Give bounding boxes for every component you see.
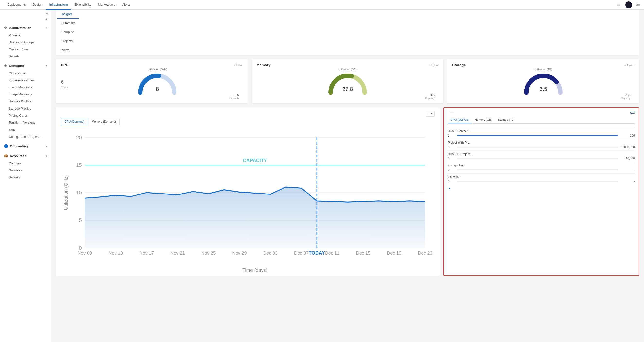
svg-text:Dec 23: Dec 23 bbox=[418, 250, 432, 256]
sidebar-item-configuration-propert...[interactable]: Configuration Propert... bbox=[0, 133, 51, 140]
chart-tab-memory--demand-[interactable]: Memory (Demand) bbox=[88, 118, 120, 125]
project-name: HCMP-Contact-... bbox=[448, 129, 635, 133]
metric-period: >1 year bbox=[625, 64, 634, 66]
sidebar-item-image-mappings[interactable]: Image Mappings bbox=[0, 91, 51, 98]
limit-value: 10,000 bbox=[620, 157, 635, 160]
svg-text:Dec 19: Dec 19 bbox=[387, 250, 402, 256]
svg-text:Time (days): Time (days) bbox=[242, 267, 268, 272]
chart-tab-cpu--demand-[interactable]: CPU (Demand) bbox=[61, 118, 88, 125]
svg-text:Nov 13: Nov 13 bbox=[108, 250, 123, 256]
proj-tab-storage--tb-[interactable]: Storage (TB) bbox=[495, 117, 518, 123]
nav-item-deployments[interactable]: Deployments bbox=[4, 0, 29, 10]
metric-card-memory: Memory >1 year Utilization (GB) 27.8 48 … bbox=[252, 59, 444, 103]
section-icon: 📦 bbox=[4, 154, 8, 158]
svg-text:6.5: 6.5 bbox=[540, 86, 547, 92]
svg-text:5: 5 bbox=[79, 217, 82, 223]
sidebar-item-pricing-cards[interactable]: Pricing Cards bbox=[0, 112, 51, 119]
chevron-icon: ▾ bbox=[46, 154, 47, 157]
sidebar-section-header-resources[interactable]: 📦 Resources ▾ bbox=[0, 152, 51, 160]
svg-text:8: 8 bbox=[156, 86, 159, 92]
proj-tab-cpu--vcpus-[interactable]: CPU (vCPUs) bbox=[448, 117, 472, 123]
svg-text:Nov 29: Nov 29 bbox=[232, 250, 246, 256]
svg-text:Dec 03: Dec 03 bbox=[263, 250, 278, 256]
capacity-chart-card: ▾ CPU (Demand)Memory (Demand) 05101520 C… bbox=[56, 107, 440, 276]
utilization-label: Utilization (GB) bbox=[256, 68, 438, 71]
section-label: Configure bbox=[9, 64, 24, 68]
sidebar-collapse-btn[interactable]: « bbox=[0, 10, 51, 17]
project-tabs: CPU (vCPUs)Memory (GB)Storage (TB) bbox=[448, 117, 635, 124]
project-name: test vc67 bbox=[448, 175, 635, 179]
show-all-btn[interactable]: ▾ bbox=[448, 187, 635, 190]
nav-item-marketplace[interactable]: Marketplace bbox=[95, 0, 119, 10]
allocation-bar-bg bbox=[457, 135, 618, 136]
metric-period: >1 year bbox=[234, 64, 243, 66]
sidebar-item-cloud-zones[interactable]: Cloud Zones bbox=[0, 70, 51, 77]
section-icon: 🔵 bbox=[4, 144, 8, 148]
nav-item-extensibility[interactable]: Extensibility bbox=[71, 0, 95, 10]
sidebar-section-resources: 📦 Resources ▾ComputeNetworksSecurity bbox=[0, 151, 51, 182]
sidebar-item-kubernetes-zones[interactable]: Kubernetes Zones bbox=[0, 77, 51, 84]
project-row: HCMP1 - Project... 0 10,000 bbox=[448, 150, 635, 162]
items-badge bbox=[450, 112, 454, 113]
chart-tabs: CPU (Demand)Memory (Demand) bbox=[61, 118, 435, 125]
metric-title: Memory bbox=[256, 63, 270, 67]
nav-item-infrastructure[interactable]: Infrastructure bbox=[46, 0, 71, 10]
sidebar-section-header-onboarding[interactable]: 🔵 Onboarding ▸ bbox=[0, 142, 51, 150]
svg-text:Utilization (GHz): Utilization (GHz) bbox=[63, 175, 68, 210]
section-icon: ⚙ bbox=[4, 26, 7, 30]
allocation-bar-bg bbox=[457, 146, 618, 147]
section-label: Administration bbox=[9, 26, 31, 30]
sidebar-section-header-configure[interactable]: ⚙ Configure ▾ bbox=[0, 62, 51, 70]
sidebar-item-secrets[interactable]: Secrets bbox=[0, 53, 51, 60]
chevron-down-icon: ▾ bbox=[449, 187, 450, 190]
sidebar-item-users-and-groups[interactable]: Users and Groups bbox=[0, 39, 51, 46]
svg-text:TODAY: TODAY bbox=[309, 250, 325, 256]
sidebar-item-networks[interactable]: Networks bbox=[0, 167, 51, 174]
main-content: InsightsSummaryComputeProjectsAlerts CPU… bbox=[51, 10, 644, 342]
sidebar-item-tags[interactable]: Tags bbox=[0, 126, 51, 133]
sidebar-section-header-administration[interactable]: ⚙ Administration ▾ bbox=[0, 24, 51, 32]
svg-text:15: 15 bbox=[76, 162, 82, 168]
chevron-down-icon: ▾ bbox=[431, 112, 432, 116]
sub-tab-alerts[interactable]: Alerts bbox=[57, 46, 79, 55]
sidebar-item-flavor-mappings[interactable]: Flavor Mappings bbox=[0, 84, 51, 91]
dark-mode-button[interactable] bbox=[625, 2, 632, 8]
metric-title: CPU bbox=[61, 63, 68, 67]
sidebar-item-custom-roles[interactable]: Custom Roles bbox=[0, 46, 51, 53]
allocation-bar-bg bbox=[457, 169, 618, 170]
user-initials: DA bbox=[636, 3, 640, 7]
nav-item-alerts[interactable]: Alerts bbox=[119, 0, 134, 10]
sidebar-item-security[interactable]: Security bbox=[0, 174, 51, 181]
allocation-value: 0 bbox=[448, 180, 455, 183]
sub-tab-compute[interactable]: Compute bbox=[57, 28, 79, 37]
svg-text:10: 10 bbox=[76, 190, 82, 196]
sidebar-section-configure: ⚙ Configure ▾Cloud ZonesKubernetes Zones… bbox=[0, 61, 51, 141]
sub-tab-projects[interactable]: Projects bbox=[57, 37, 79, 46]
utilization-label: Utilization (TB) bbox=[452, 68, 634, 71]
metric-label: Cores bbox=[61, 86, 68, 89]
capacity-label: Capacity bbox=[621, 97, 630, 100]
project-name: Project-With-Pr... bbox=[448, 141, 635, 144]
allocation-value: 1 bbox=[448, 134, 455, 137]
chevron-icon: ▸ bbox=[46, 145, 47, 147]
guided-setup-btn[interactable]: 📖 bbox=[617, 3, 622, 7]
nav-item-design[interactable]: Design bbox=[29, 0, 46, 10]
sidebar-item-compute[interactable]: Compute bbox=[0, 160, 51, 167]
limit-value: 10,000,000 bbox=[620, 145, 635, 149]
contact-owners-button[interactable] bbox=[630, 112, 635, 114]
bottom-row: ▾ CPU (Demand)Memory (Demand) 05101520 C… bbox=[56, 107, 639, 276]
allocation-bar-bg bbox=[457, 158, 618, 159]
scroll-up-icon[interactable]: ▲ bbox=[45, 17, 48, 21]
metric-title: Storage bbox=[452, 63, 466, 67]
sidebar-item-storage-profiles[interactable]: Storage Profiles bbox=[0, 105, 51, 112]
sidebar-item-network-profiles[interactable]: Network Profiles bbox=[0, 98, 51, 105]
capacity-value: 15 bbox=[230, 93, 239, 97]
sub-tab-summary[interactable]: Summary bbox=[57, 19, 79, 28]
sidebar-item-projects[interactable]: Projects bbox=[0, 32, 51, 39]
sub-tab-insights[interactable]: Insights bbox=[57, 10, 79, 19]
allocation-value: 0 bbox=[448, 157, 455, 160]
proj-tab-memory--gb-[interactable]: Memory (GB) bbox=[472, 117, 495, 123]
duration-select[interactable]: ▾ bbox=[426, 111, 435, 117]
top-nav: DeploymentsDesignInfrastructureExtensibi… bbox=[0, 0, 644, 10]
sidebar-item-terraform-versions[interactable]: Terraform Versions bbox=[0, 119, 51, 126]
